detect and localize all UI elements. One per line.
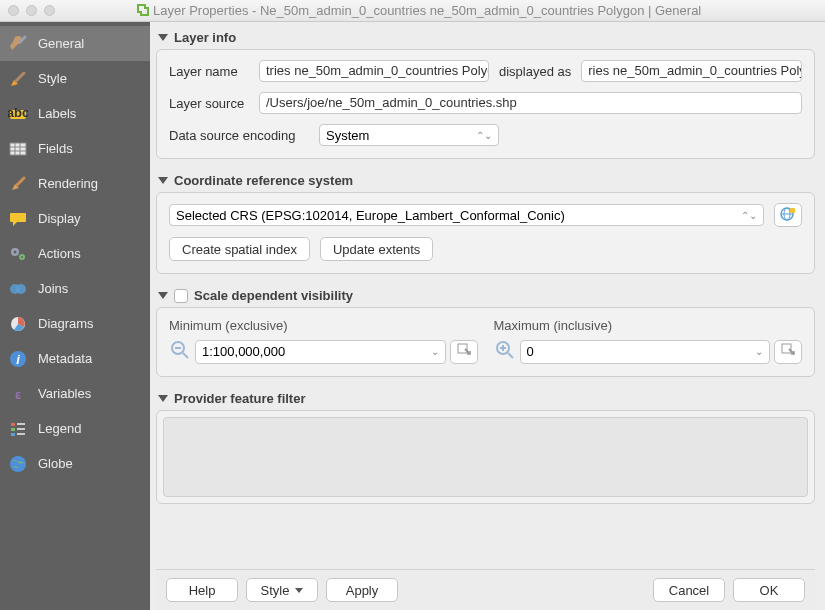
encoding-select[interactable]: System ⌃⌄ xyxy=(319,124,499,146)
sidebar-item-label: Metadata xyxy=(38,351,92,366)
section-header-filter[interactable]: Provider feature filter xyxy=(156,387,815,410)
layer-properties-window: Layer Properties - Ne_50m_admin_0_countr… xyxy=(0,0,825,610)
update-extents-button[interactable]: Update extents xyxy=(320,237,433,261)
ok-button[interactable]: OK xyxy=(733,578,805,602)
svg-text:ε: ε xyxy=(15,387,21,402)
chevron-updown-icon: ⌃⌄ xyxy=(476,130,492,141)
collapse-triangle-icon xyxy=(158,292,168,299)
create-spatial-index-button[interactable]: Create spatial index xyxy=(169,237,310,261)
epsilon-icon: ε xyxy=(8,384,28,404)
filter-panel xyxy=(156,410,815,504)
chevron-updown-icon: ⌃⌄ xyxy=(741,210,757,221)
layer-name-input[interactable]: tries ne_50m_admin_0_countries Polygon xyxy=(259,60,489,82)
max-scale-value: 0 xyxy=(527,344,534,359)
sidebar-item-label: Labels xyxy=(38,106,76,121)
sidebar-item-diagrams[interactable]: Diagrams xyxy=(0,306,150,341)
sidebar-item-metadata[interactable]: i Metadata xyxy=(0,341,150,376)
collapse-triangle-icon xyxy=(158,34,168,41)
sidebar-item-label: Display xyxy=(38,211,81,226)
section-title: Scale dependent visibility xyxy=(194,288,353,303)
max-scale-label: Maximum (inclusive) xyxy=(494,318,803,333)
sidebar-item-label: Legend xyxy=(38,421,81,436)
section-header-layer-info[interactable]: Layer info xyxy=(156,26,815,49)
sidebar-item-joins[interactable]: Joins xyxy=(0,271,150,306)
scale-panel: Minimum (exclusive) 1:100,000,000 ⌄ xyxy=(156,307,815,377)
sidebar-item-label: Fields xyxy=(38,141,73,156)
wrench-icon xyxy=(8,34,28,54)
svg-rect-18 xyxy=(11,428,15,431)
crs-select[interactable]: Selected CRS (EPSG:102014, Europe_Lamber… xyxy=(169,204,764,226)
paintbrush-icon xyxy=(8,69,28,89)
crs-picker-button[interactable] xyxy=(774,203,802,227)
layer-source-input[interactable]: /Users/joe/ne_50m_admin_0_countries.shp xyxy=(259,92,802,114)
min-scale-input[interactable]: 1:100,000,000 ⌄ xyxy=(195,340,446,364)
sidebar-item-label: Joins xyxy=(38,281,68,296)
sidebar-item-variables[interactable]: ε Variables xyxy=(0,376,150,411)
sidebar-item-legend[interactable]: Legend xyxy=(0,411,150,446)
collapse-triangle-icon xyxy=(158,395,168,402)
encoding-label: Data source encoding xyxy=(169,128,309,143)
svg-rect-27 xyxy=(790,208,795,213)
scale-visibility-checkbox[interactable] xyxy=(174,289,188,303)
join-icon xyxy=(8,279,28,299)
section-header-crs[interactable]: Coordinate reference system xyxy=(156,169,815,192)
layer-source-label: Layer source xyxy=(169,96,249,111)
titlebar: Layer Properties - Ne_50m_admin_0_countr… xyxy=(0,0,825,22)
style-menu-button[interactable]: Style xyxy=(246,578,318,602)
sidebar-item-fields[interactable]: Fields xyxy=(0,131,150,166)
globe-icon xyxy=(8,454,28,474)
min-scale-map-button[interactable] xyxy=(450,340,478,364)
sidebar-item-label: Diagrams xyxy=(38,316,94,331)
encoding-value: System xyxy=(326,128,369,143)
svg-rect-2 xyxy=(10,143,26,155)
sidebar-item-label: Variables xyxy=(38,386,91,401)
section-title: Layer info xyxy=(174,30,236,45)
chevron-down-icon xyxy=(295,588,303,593)
help-button[interactable]: Help xyxy=(166,578,238,602)
sidebar-item-label: Actions xyxy=(38,246,81,261)
sidebar-item-label: Globe xyxy=(38,456,73,471)
speech-bubble-icon xyxy=(8,209,28,229)
sidebar-item-rendering[interactable]: Rendering xyxy=(0,166,150,201)
svg-point-23 xyxy=(10,456,26,472)
svg-point-8 xyxy=(14,250,17,253)
svg-text:i: i xyxy=(16,352,20,367)
sidebar-item-general[interactable]: General xyxy=(0,26,150,61)
sidebar-item-globe[interactable]: Globe xyxy=(0,446,150,481)
sidebar-item-display[interactable]: Display xyxy=(0,201,150,236)
chevron-down-icon: ⌄ xyxy=(755,346,763,357)
svg-line-30 xyxy=(183,353,188,358)
svg-point-12 xyxy=(16,284,26,294)
zoom-out-icon xyxy=(169,339,191,364)
max-scale-map-button[interactable] xyxy=(774,340,802,364)
sidebar-item-style[interactable]: Style xyxy=(0,61,150,96)
section-header-scale[interactable]: Scale dependent visibility xyxy=(156,284,815,307)
window-controls xyxy=(8,5,55,16)
gears-icon xyxy=(8,244,28,264)
chevron-down-icon: ⌄ xyxy=(431,346,439,357)
legend-icon xyxy=(8,419,28,439)
layer-info-panel: Layer name tries ne_50m_admin_0_countrie… xyxy=(156,49,815,159)
apply-button[interactable]: Apply xyxy=(326,578,398,602)
displayed-as-label: displayed as xyxy=(499,64,571,79)
collapse-triangle-icon xyxy=(158,177,168,184)
sidebar-item-labels[interactable]: abc Labels xyxy=(0,96,150,131)
sidebar-item-actions[interactable]: Actions xyxy=(0,236,150,271)
sidebar-item-label: Style xyxy=(38,71,67,86)
minimize-window-button[interactable] xyxy=(26,5,37,16)
qgis-icon xyxy=(135,2,149,19)
table-icon xyxy=(8,139,28,159)
filter-textarea[interactable] xyxy=(163,417,808,497)
sidebar-item-label: Rendering xyxy=(38,176,98,191)
layer-name-label: Layer name xyxy=(169,64,249,79)
svg-text:abc: abc xyxy=(8,105,28,120)
close-window-button[interactable] xyxy=(8,5,19,16)
window-title: Layer Properties - Ne_50m_admin_0_countr… xyxy=(153,3,701,18)
bottom-button-bar: Help Style Apply Cancel OK xyxy=(156,569,815,610)
cancel-button[interactable]: Cancel xyxy=(653,578,725,602)
displayed-as-input[interactable]: ries ne_50m_admin_0_countries Polygon xyxy=(581,60,802,82)
zoom-window-button[interactable] xyxy=(44,5,55,16)
max-scale-input[interactable]: 0 ⌄ xyxy=(520,340,771,364)
svg-rect-19 xyxy=(11,433,15,436)
min-scale-label: Minimum (exclusive) xyxy=(169,318,478,333)
